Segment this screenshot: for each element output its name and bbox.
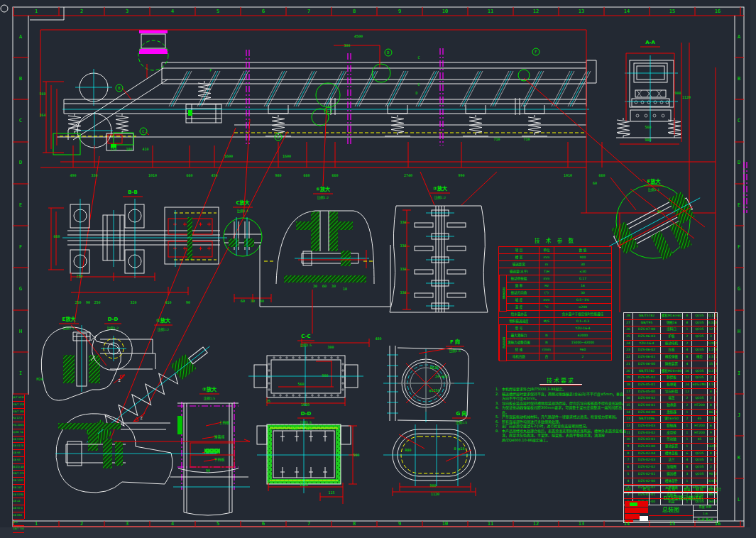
- parts-list-cell: 6: [624, 464, 632, 471]
- tech-params-cell: 物料输送速度: [499, 318, 539, 324]
- frame-row-label: D: [738, 160, 740, 165]
- frame-row-label: F: [738, 244, 740, 250]
- parts-list-cell: 护板: [660, 334, 682, 340]
- parts-list-cell: 60: [714, 361, 717, 368]
- parts-list-cell: 5: [624, 471, 632, 478]
- tech-params-row: 最大激振力N42000: [499, 331, 611, 339]
- dimension-text: 560: [353, 453, 359, 457]
- dimension-text: 980: [645, 138, 651, 142]
- parts-list-cell: 联轴器: [660, 423, 682, 429]
- dimension-text: 250: [110, 147, 116, 151]
- parts-list-cell: 法兰: [660, 457, 682, 463]
- margin-table-row: GB 197: [13, 485, 24, 492]
- parts-list-cell: 1.2: [707, 347, 714, 353]
- parts-list-cell: Q235: [691, 326, 707, 333]
- dimension-text: F: [209, 68, 212, 72]
- tech-params-cell: ≤200: [554, 304, 611, 310]
- parts-list-cell: 3: [707, 334, 714, 340]
- parts-list-cell: 橡胶: [691, 354, 707, 361]
- parts-list-row: 18DZS-05-01板弹簧2460Si2Mn1.536: [624, 381, 717, 388]
- frame-row-label: J: [738, 412, 740, 418]
- parts-list-cell: 激振器: [660, 410, 682, 416]
- frame-col-label: 9: [398, 9, 401, 14]
- tech-params-cell: mm: [539, 254, 554, 260]
- cad-drawing-canvas[interactable]: A-A B-B: [0, 0, 756, 538]
- parts-list-cell: DZS-06-03: [632, 334, 660, 340]
- tech-req-index: 4.: [495, 405, 502, 415]
- tech-params-cell: N: [539, 339, 554, 346]
- frame-col-label: 15: [669, 521, 675, 527]
- parts-list-cell: 26: [624, 326, 632, 333]
- tech-params-cell: 30: [554, 290, 611, 296]
- parts-list-cell: HT200: [691, 430, 707, 437]
- frame-row-label: I: [19, 370, 22, 376]
- parts-list-cell: Q235: [691, 347, 707, 353]
- dimension-text: 115: [328, 490, 334, 495]
- parts-list-cell: 9: [707, 430, 714, 437]
- parts-list-cell: 86: [707, 410, 714, 416]
- frame-row-label: C: [19, 118, 22, 123]
- frame-row-label: H: [19, 329, 22, 334]
- detail-1: ①放大 比例1:2: [260, 186, 390, 347]
- frame-row-label: B: [19, 76, 22, 82]
- parts-list-cell: 10: [624, 437, 632, 443]
- parts-list-cell: 12: [707, 437, 714, 443]
- dimension-text: 660: [598, 173, 605, 177]
- parts-list-cell: 2: [682, 395, 691, 402]
- view-f: F 向 比例1:5: [383, 339, 474, 422]
- frame-col-label: 10: [442, 9, 448, 14]
- margin-table-row: GB 1031: [13, 478, 24, 485]
- dimension-text: 8-φ18: [454, 446, 464, 451]
- view-scale: 比例1:2: [434, 195, 446, 200]
- tech-params-cell: m: [539, 261, 554, 268]
- view-label: A-A: [645, 40, 655, 45]
- dimension-text: D: [415, 91, 417, 95]
- tech-params-header: 项 目: [499, 247, 539, 253]
- tech-params-row: 振动单振幅mm0.17: [499, 275, 611, 282]
- parts-list-row: 16DZS-04-02端盖2Q23524: [624, 395, 717, 402]
- tech-params-row: 电机台数台2: [499, 353, 611, 360]
- margin-table-row: GB/T 1804-m: [13, 409, 24, 416]
- parts-list-cell: 8: [682, 464, 691, 471]
- parts-list-cell: 24: [714, 375, 717, 381]
- dimension-text: 410: [142, 147, 148, 151]
- frame-col-label: 1: [35, 9, 38, 14]
- view-label: D-D: [108, 317, 119, 322]
- frame-col-label: 2: [80, 521, 83, 527]
- dimension-text: 320: [130, 300, 136, 304]
- parts-list-cell: 压板: [660, 347, 682, 353]
- parts-list-cell: 8: [707, 402, 714, 409]
- tech-params-row: 转 速r/min960: [499, 346, 611, 353]
- parts-list-cell: 270: [714, 471, 717, 478]
- tech-params-row: 槽 宽mm900: [499, 253, 611, 260]
- parts-list-cell: 板弹簧: [660, 382, 682, 388]
- parts-list-row: 19DZS-05-02斜撑板12Q235224: [624, 374, 717, 381]
- parts-list-cell: 12: [707, 326, 714, 333]
- parts-list-cell: 驱动装置: [660, 444, 682, 450]
- parts-list-cell: DZS-04-00: [632, 410, 660, 416]
- parts-list-cell: 12: [624, 423, 632, 429]
- dimension-text: 330: [400, 220, 406, 224]
- parts-list-cell: 16: [714, 464, 717, 471]
- margin-table-row: GB 41: [13, 498, 24, 505]
- detail-1b: ①放大 比例1:2: [80, 317, 216, 450]
- parts-list-cell: 28: [624, 313, 632, 319]
- tech-params-row: 坡 度mm0.5~1%: [499, 296, 611, 303]
- parts-list-cell: 12: [682, 389, 691, 395]
- parts-list-cell: 0.16: [714, 320, 717, 326]
- parts-list-cell: Q235: [691, 471, 707, 478]
- frame-row-label: H: [738, 329, 740, 334]
- frame-col-label: 16: [715, 521, 721, 527]
- frame-row-label: F: [19, 244, 22, 250]
- parts-list-cell: DZS-02-00: [632, 478, 660, 485]
- dimension-text: 下挡板: [214, 456, 224, 461]
- tech-params-cell: 900: [554, 254, 611, 260]
- parts-list-cell: 18: [624, 382, 632, 388]
- base-springs: [265, 105, 547, 136]
- dimension-text: 1600: [224, 154, 233, 158]
- tech-params-cell: ≤30: [554, 268, 611, 275]
- parts-list-cell: 出料口: [660, 326, 682, 333]
- view-scale: 比例1:2: [158, 327, 169, 332]
- dimension-text: M24: [36, 377, 43, 381]
- parts-list-cell: 8: [682, 354, 691, 361]
